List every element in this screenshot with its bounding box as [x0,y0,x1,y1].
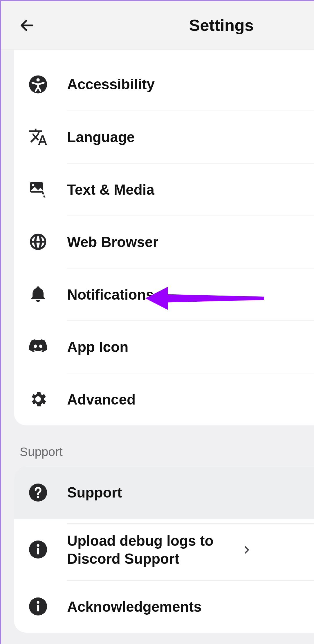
language-row[interactable]: Language English, US [14,111,314,163]
help-icon [28,483,48,502]
info-icon [28,540,48,559]
chevron-right-icon [242,545,251,554]
svg-rect-12 [37,605,39,611]
svg-point-11 [37,601,39,604]
svg-point-4 [32,184,34,186]
text-media-icon [28,180,48,199]
globe-icon [28,232,48,252]
row-label: Accessibility [67,76,314,94]
advanced-row[interactable]: Advanced [14,373,314,425]
row-label: Text & Media [67,180,314,198]
settings-group-support: Support Upload debug logs to Discord Sup… [14,466,314,633]
upload-debug-logs-row[interactable]: Upload debug logs to Discord Support [14,519,314,580]
support-row[interactable]: Support [14,466,314,519]
row-label: Upload debug logs to Discord Support [67,532,239,568]
web-browser-row[interactable]: Web Browser [14,216,314,268]
row-label: Acknowledgements [67,598,314,616]
acknowledgements-row[interactable]: Acknowledgements [14,580,314,633]
app-icon-row[interactable]: App Icon NEW [14,321,314,373]
bell-icon [28,285,48,304]
settings-header: Settings [1,1,314,50]
translate-icon [28,127,48,147]
row-label: Advanced [67,390,314,408]
page-title: Settings [1,16,314,34]
accessibility-icon [28,75,48,94]
arrow-left-icon [19,17,35,33]
gear-icon [28,389,48,409]
text-media-row[interactable]: Text & Media [14,163,314,215]
row-label: Notifications [67,285,314,303]
svg-point-6 [37,496,39,498]
row-label: Support [67,484,314,502]
svg-rect-9 [37,548,39,554]
row-label: App Icon [67,338,314,356]
info-icon [28,597,48,616]
settings-group-app: Accessibility Language English, US [14,50,314,425]
discord-icon [28,337,48,357]
accessibility-row[interactable]: Accessibility [14,58,314,110]
row-label: Web Browser [67,233,314,251]
svg-point-2 [36,78,39,81]
row-label: Language [67,128,314,146]
support-section-title: Support [20,445,314,459]
svg-point-8 [37,544,39,547]
notifications-row[interactable]: Notifications [14,268,314,320]
back-button[interactable] [17,15,37,35]
svg-rect-3 [30,182,43,193]
